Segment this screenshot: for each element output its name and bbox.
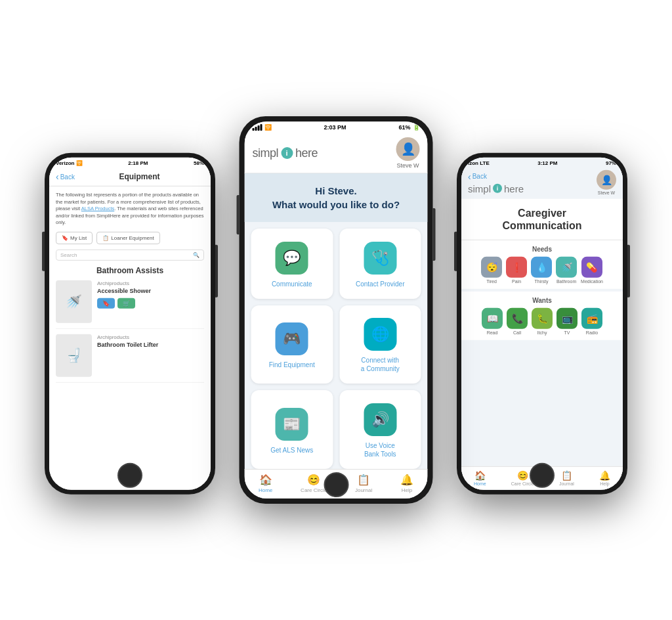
needs-section: Needs 😴 Tired ❗ Pain 💧 Thirsty [461,240,623,289]
cart-button-1[interactable]: 🛒 [117,298,135,308]
want-itchy[interactable]: 🐛 Itchy [532,308,553,335]
als-news-label: Get ALS News [270,446,313,454]
thirsty-icon: 💧 [531,257,552,278]
battery-right: 97% [606,160,616,166]
communicate-icon: 💬 [276,242,308,275]
logo-text-here: here [295,146,318,160]
phone-center: 🛜 2:03 PM 61% 🔋 simpl i here [240,116,433,504]
logo-i: i [281,147,293,159]
want-read[interactable]: 📖 Read [482,308,503,335]
status-left: 🛜 [253,124,272,131]
left-nav: Back Equipment [49,167,211,187]
tab-help-right[interactable]: 🔔 Help [599,470,610,486]
product-card-1: 🚿 Archiproducts Accessible Shower 🔖 🛒 [56,280,204,328]
need-pain[interactable]: ❗ Pain [506,257,527,284]
need-thirsty[interactable]: 💧 Thirsty [531,257,552,284]
alsa-link[interactable]: ALSA Products [81,206,114,211]
caregiver-title-line1: Caregiver [469,207,615,219]
need-tired[interactable]: 😴 Tired [481,257,502,284]
journal-tab-label: Journal [355,487,372,493]
read-label: Read [487,330,498,335]
bathroom-label: Bathroom [556,279,576,284]
time-center: 2:03 PM [324,124,346,131]
medication-label: Medication [581,279,603,284]
help-tab-label: Help [402,487,412,493]
center-greeting: Hi Steve. What would you like to do? [245,173,428,222]
time-left: 2:18 PM [128,160,148,166]
voice-bank-label: Use Voice Bank Tools [364,441,396,458]
grid-item-connect-community[interactable]: 🌐 Connect with a Community [339,305,421,384]
right-avatar-area[interactable]: 👤 Steve W [597,170,616,195]
back-button-left[interactable]: Back [56,171,75,182]
product-name-1: Accessible Shower [97,287,204,294]
care-circle-tab-label-right: Care Circle [511,481,534,486]
avatar-area-center[interactable]: 👤 Steve W [396,137,420,169]
logo-text-simpl: simpl [253,146,279,160]
avatar-name-center: Steve W [396,162,419,169]
want-radio[interactable]: 📻 Radio [581,308,602,335]
home-button-center[interactable] [324,472,348,497]
right-screen: izon LTE 3:12 PM 97% Back simpl i [461,158,623,490]
status-right: 61% 🔋 [398,124,419,131]
connect-community-label: Connect with a Community [361,356,400,373]
search-bar[interactable]: Search 🔍 [56,249,204,260]
connect-community-icon: 🌐 [364,318,396,351]
left-screen: Verizon 🛜 2:18 PM 58% Back Equipment [49,158,211,490]
tab-help-center[interactable]: 🔔 Help [400,474,413,493]
info-text: The following list represents a portion … [56,192,204,227]
tab-home-right[interactable]: 🏠 Home [474,470,486,486]
home-tab-icon-right: 🏠 [474,470,486,481]
grid-item-find-equipment[interactable]: 🎮 Find Equipment [251,305,333,384]
want-tv[interactable]: 📺 TV [556,308,578,335]
itchy-label: Itchy [537,330,547,335]
phone-left: Verizon 🛜 2:18 PM 58% Back Equipment [45,153,215,495]
right-logo: simpl i here [468,183,524,194]
find-equipment-icon: 🎮 [276,322,308,355]
home-button-left[interactable] [117,463,142,488]
tab-home-center[interactable]: 🏠 Home [259,474,272,493]
back-button-right[interactable]: Back [468,171,487,181]
pain-icon: ❗ [506,257,527,278]
center-screen: 🛜 2:03 PM 61% 🔋 simpl i here [245,122,428,498]
loaner-button[interactable]: 📋 Loaner Equipment [96,231,159,244]
grid-item-communicate[interactable]: 💬 Communicate [251,229,333,299]
home-tab-label: Home [259,487,272,493]
right-avatar-name: Steve W [598,190,615,195]
need-bathroom[interactable]: 🚿 Bathroom [556,257,577,284]
care-circle-tab-icon-right: 😊 [517,470,528,481]
greeting-line2: What would you like to do? [255,198,417,211]
grid-item-voice-bank[interactable]: 🔊 Use Voice Bank Tools [339,390,421,469]
grid-item-contact-provider[interactable]: 🩺 Contact Provider [339,229,421,299]
tab-journal-center[interactable]: 📋 Journal [355,474,372,493]
medication-icon: 💊 [581,257,602,278]
wifi-icon: 🛜 [264,124,272,131]
care-circle-tab-icon: 😊 [307,474,320,486]
right-logo-i: i [493,184,502,193]
als-news-icon: 📰 [276,408,308,441]
my-list-button[interactable]: 🔖 My List [56,231,93,244]
contact-provider-icon: 🩺 [364,242,396,275]
tired-icon: 😴 [481,257,502,278]
equipment-title: Equipment [75,172,204,181]
save-button-1[interactable]: 🔖 [97,298,115,308]
search-placeholder: Search [60,252,77,257]
product-card-2: 🚽 Archiproducts Bathroom Toilet Lifter [56,334,204,382]
tired-label: Tired [486,279,497,284]
bathroom-section-title: Bathroom Assists [56,265,204,275]
need-medication[interactable]: 💊 Medication [581,257,603,284]
wants-label: Wants [467,297,618,304]
center-grid: 💬 Communicate 🩺 Contact Provider 🎮 Find … [245,222,428,469]
product-info-1: Archiproducts Accessible Shower 🔖 🛒 [97,280,204,322]
home-button-right[interactable] [530,463,555,488]
tab-journal-right[interactable]: 📋 Journal [559,470,574,486]
grid-item-als-news[interactable]: 📰 Get ALS News [251,390,333,469]
product-brand-1: Archiproducts [97,280,204,286]
want-call[interactable]: 📞 Call [507,308,528,335]
product-buttons-1: 🔖 🛒 [97,298,204,308]
battery-icon-center: 🔋 [413,124,420,131]
voice-bank-icon: 🔊 [364,403,396,436]
home-tab-label-right: Home [474,481,486,486]
wants-section: Wants 📖 Read 📞 Call 🐛 Itchy [461,292,623,340]
help-tab-label-right: Help [600,481,609,486]
logo-area: simpl i here [253,146,318,160]
